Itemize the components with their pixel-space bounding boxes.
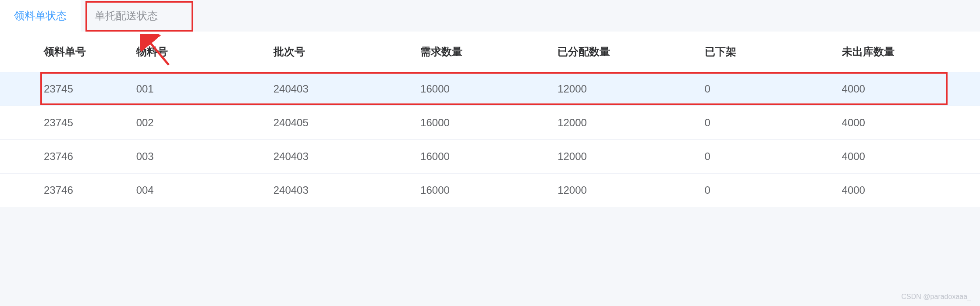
th-allocated-qty: 已分配数量 xyxy=(549,32,696,72)
table-row[interactable]: 23745001240403160001200004000 xyxy=(0,72,980,106)
table-row[interactable]: 23746004240403160001200004000 xyxy=(0,174,980,207)
td-pending-qty: 4000 xyxy=(833,174,980,207)
td-material-no: 003 xyxy=(128,140,265,174)
td-batch-no: 240403 xyxy=(265,140,412,174)
td-pending-qty: 4000 xyxy=(833,140,980,174)
td-demand-qty: 16000 xyxy=(412,72,549,106)
tab-pallet-delivery-status[interactable]: 单托配送状态 xyxy=(81,0,172,32)
table-header-row: 领料单号 物料号 批次号 需求数量 已分配数量 已下架 未出库数量 xyxy=(0,32,980,72)
watermark-text: CSDN @paradoxaaa_ xyxy=(902,293,971,301)
table-row[interactable]: 23746003240403160001200004000 xyxy=(0,140,980,174)
td-material-no: 001 xyxy=(128,72,265,106)
td-order-no: 23745 xyxy=(0,72,128,106)
td-order-no: 23746 xyxy=(0,174,128,207)
td-batch-no: 240403 xyxy=(265,174,412,207)
table-row[interactable]: 23745002240405160001200004000 xyxy=(0,106,980,140)
td-allocated-qty: 12000 xyxy=(549,72,696,106)
td-pending-qty: 4000 xyxy=(833,72,980,106)
td-material-no: 002 xyxy=(128,106,265,140)
tabs-bar: 领料单状态 单托配送状态 xyxy=(0,0,980,32)
tab-label: 单托配送状态 xyxy=(95,9,158,23)
td-batch-no: 240403 xyxy=(265,72,412,106)
tab-label: 领料单状态 xyxy=(14,9,67,23)
th-batch-no: 批次号 xyxy=(265,32,412,72)
table-container: 领料单号 物料号 批次号 需求数量 已分配数量 已下架 未出库数量 237450… xyxy=(0,32,980,207)
td-allocated-qty: 12000 xyxy=(549,106,696,140)
td-removed-qty: 0 xyxy=(696,72,833,106)
td-demand-qty: 16000 xyxy=(412,106,549,140)
td-demand-qty: 16000 xyxy=(412,140,549,174)
td-allocated-qty: 12000 xyxy=(549,140,696,174)
td-removed-qty: 0 xyxy=(696,174,833,207)
tab-order-status[interactable]: 领料单状态 xyxy=(0,0,81,32)
order-table: 领料单号 物料号 批次号 需求数量 已分配数量 已下架 未出库数量 237450… xyxy=(0,32,980,207)
td-allocated-qty: 12000 xyxy=(549,174,696,207)
th-removed-qty: 已下架 xyxy=(696,32,833,72)
th-material-no: 物料号 xyxy=(128,32,265,72)
td-demand-qty: 16000 xyxy=(412,174,549,207)
th-order-no: 领料单号 xyxy=(0,32,128,72)
th-demand-qty: 需求数量 xyxy=(412,32,549,72)
td-pending-qty: 4000 xyxy=(833,106,980,140)
td-batch-no: 240405 xyxy=(265,106,412,140)
th-pending-qty: 未出库数量 xyxy=(833,32,980,72)
td-removed-qty: 0 xyxy=(696,140,833,174)
td-material-no: 004 xyxy=(128,174,265,207)
td-removed-qty: 0 xyxy=(696,106,833,140)
td-order-no: 23745 xyxy=(0,106,128,140)
td-order-no: 23746 xyxy=(0,140,128,174)
